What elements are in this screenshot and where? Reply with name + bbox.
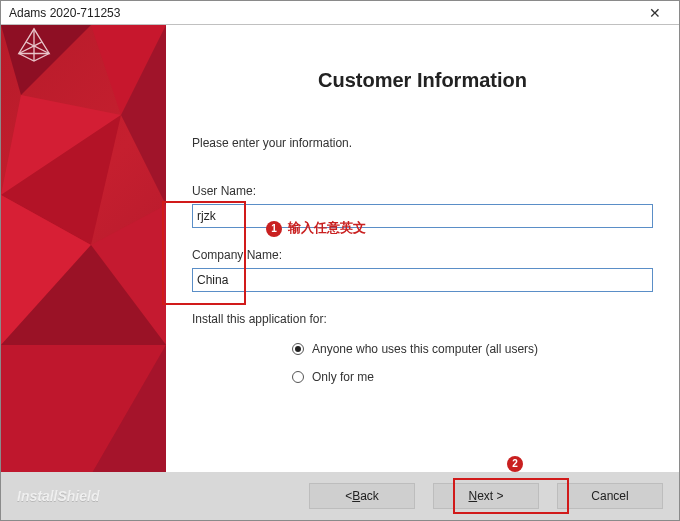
radio-icon bbox=[292, 343, 304, 355]
next-button-mnemonic: N bbox=[468, 489, 477, 503]
back-button-mnemonic: B bbox=[352, 489, 360, 503]
company-label: Company Name: bbox=[192, 248, 653, 262]
company-field-block: Company Name: bbox=[192, 248, 653, 292]
username-input[interactable] bbox=[192, 204, 653, 228]
installer-window: Adams 2020-711253 ✕ bbox=[0, 0, 680, 521]
next-button-post: ext > bbox=[477, 489, 503, 503]
company-input[interactable] bbox=[192, 268, 653, 292]
footer-bar: InstallShield < Back Next > Cancel 2 bbox=[1, 472, 679, 520]
logo-icon bbox=[15, 25, 53, 63]
next-button[interactable]: Next > bbox=[433, 483, 539, 509]
radio-icon bbox=[292, 371, 304, 383]
radio-all-users[interactable]: Anyone who uses this computer (all users… bbox=[292, 342, 653, 356]
instruction-text: Please enter your information. bbox=[192, 136, 653, 150]
radio-me-label: Only for me bbox=[312, 370, 374, 384]
page-title: Customer Information bbox=[192, 69, 653, 92]
back-button-post: ack bbox=[360, 489, 379, 503]
close-icon[interactable]: ✕ bbox=[637, 5, 673, 21]
radio-all-label: Anyone who uses this computer (all users… bbox=[312, 342, 538, 356]
installshield-brand: InstallShield bbox=[17, 488, 99, 504]
sidebar-banner bbox=[1, 25, 166, 472]
username-label: User Name: bbox=[192, 184, 653, 198]
window-title: Adams 2020-711253 bbox=[9, 6, 120, 20]
radio-only-me[interactable]: Only for me bbox=[292, 370, 653, 384]
back-button-pre: < bbox=[345, 489, 352, 503]
username-field-block: User Name: bbox=[192, 184, 653, 228]
back-button[interactable]: < Back bbox=[309, 483, 415, 509]
titlebar: Adams 2020-711253 ✕ bbox=[1, 1, 679, 25]
window-body: Customer Information Please enter your i… bbox=[1, 25, 679, 472]
install-for-label: Install this application for: bbox=[192, 312, 653, 326]
cancel-button[interactable]: Cancel bbox=[557, 483, 663, 509]
install-for-group: Install this application for: Anyone who… bbox=[192, 312, 653, 384]
main-panel: Customer Information Please enter your i… bbox=[166, 25, 679, 472]
triangle-pattern-icon bbox=[1, 25, 166, 472]
